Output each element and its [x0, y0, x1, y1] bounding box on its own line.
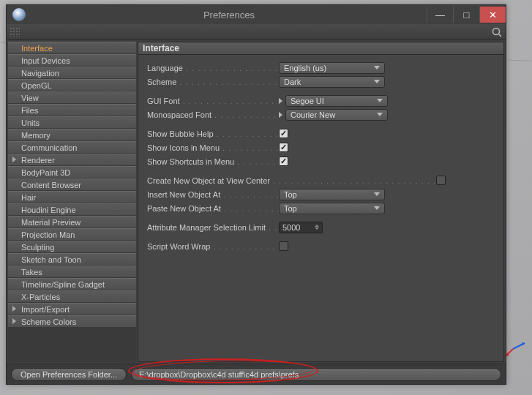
- sidebar-item-import-export[interactable]: Import/Export: [8, 303, 136, 315]
- sidebar-item-sketch-and-toon[interactable]: Sketch and Toon: [8, 253, 136, 266]
- sidebar-item-label: Houdini Engine: [21, 206, 76, 214]
- mono-font-label: Monospaced Font: [147, 110, 279, 119]
- show-icons-label: Show Icons in Menu: [147, 143, 279, 152]
- sidebar-item-label: OpenGL: [21, 81, 52, 90]
- sidebar-item-label: Projection Man: [21, 230, 75, 239]
- chevron-right-icon: [12, 306, 16, 312]
- sidebar-item-label: Timeline/Spline Gadget: [21, 280, 105, 289]
- sidebar-item-label: Sculpting: [21, 243, 54, 252]
- sidebar-item-bodypaint-3d[interactable]: BodyPaint 3D: [8, 166, 136, 178]
- attr-limit-input[interactable]: 5000: [279, 222, 323, 233]
- attr-limit-label: Attribute Manager Selection Limit: [147, 223, 279, 232]
- chevron-right-icon[interactable]: [279, 112, 282, 118]
- sidebar-item-label: Files: [21, 106, 38, 115]
- paste-at-label: Paste New Object At: [147, 204, 279, 213]
- paste-at-dropdown[interactable]: Top: [279, 203, 385, 214]
- language-label: Language: [147, 64, 279, 72]
- minimize-button[interactable]: —: [427, 7, 453, 23]
- sidebar-item-input-devices[interactable]: Input Devices: [8, 54, 136, 67]
- sidebar-item-label: Takes: [21, 268, 42, 276]
- svg-line-5: [499, 34, 502, 37]
- sidebar-item-communication[interactable]: Communication: [8, 141, 136, 154]
- panel-body: Language English (us) Scheme Dark GUI Fo…: [138, 55, 504, 362]
- sidebar-item-renderer[interactable]: Renderer: [8, 154, 136, 166]
- sidebar-item-material-preview[interactable]: Material Preview: [8, 216, 136, 228]
- sidebar-item-hair[interactable]: Hair: [8, 191, 136, 203]
- sidebar-item-sculpting[interactable]: Sculpting: [8, 241, 136, 253]
- close-button[interactable]: ✕: [479, 7, 506, 23]
- footer: Open Preferences Folder... E:\dropbox\Dr…: [7, 364, 506, 384]
- chevron-down-icon: [374, 66, 380, 69]
- open-prefs-folder-button[interactable]: Open Preferences Folder...: [11, 368, 127, 381]
- chevron-down-icon: [377, 113, 383, 116]
- chevron-down-icon: [374, 192, 380, 196]
- panel-header: Interface: [138, 42, 504, 55]
- chevron-right-icon[interactable]: [279, 98, 282, 104]
- sidebar-item-label: Sketch and Toon: [21, 255, 81, 264]
- gui-font-label: GUI Font: [147, 97, 279, 105]
- sidebar-item-label: Content Browser: [21, 181, 81, 189]
- sidebar-item-label: Scheme Colors: [21, 317, 76, 326]
- sidebar-item-memory[interactable]: Memory: [8, 129, 136, 141]
- sidebar-item-view[interactable]: View: [8, 91, 136, 104]
- chevron-down-icon: [374, 80, 380, 83]
- gui-font-dropdown[interactable]: Segoe UI: [285, 95, 388, 107]
- sidebar-item-interface[interactable]: Interface: [8, 42, 136, 54]
- sidebar-item-houdini-engine[interactable]: Houdini Engine: [8, 203, 136, 216]
- insert-at-label: Insert New Object At: [147, 190, 279, 199]
- content-panel: Interface Language English (us) Scheme D…: [138, 42, 504, 362]
- sidebar-item-content-browser[interactable]: Content Browser: [8, 178, 136, 191]
- create-center-label: Create New Object at View Center: [147, 176, 436, 185]
- chevron-right-icon: [12, 318, 16, 324]
- sidebar-item-label: X-Particles: [21, 293, 60, 301]
- maximize-button[interactable]: □: [453, 7, 479, 23]
- sidebar: InterfaceInput DevicesNavigationOpenGLVi…: [8, 42, 136, 362]
- grip-icon[interactable]: [10, 27, 20, 37]
- sidebar-item-label: Units: [21, 118, 40, 127]
- insert-at-dropdown[interactable]: Top: [279, 189, 385, 200]
- show-bubble-label: Show Bubble Help: [147, 129, 279, 138]
- sidebar-item-label: Renderer: [21, 156, 55, 165]
- mono-font-dropdown[interactable]: Courier New: [285, 109, 388, 121]
- scheme-dropdown[interactable]: Dark: [279, 76, 385, 88]
- sidebar-item-units[interactable]: Units: [8, 116, 136, 129]
- prefs-path-display: E:\dropbox\Dropbox\c4d stuff\c4d prefs\p…: [131, 368, 501, 381]
- sidebar-item-navigation[interactable]: Navigation: [8, 67, 136, 79]
- sidebar-item-x-particles[interactable]: X-Particles: [8, 290, 136, 303]
- sidebar-item-label: View: [21, 94, 39, 102]
- show-bubble-checkbox[interactable]: ✓: [279, 129, 288, 138]
- toolbar: [7, 24, 506, 40]
- language-dropdown[interactable]: English (us): [279, 62, 385, 74]
- script-wrap-checkbox[interactable]: [279, 241, 288, 251]
- show-icons-checkbox[interactable]: ✓: [279, 143, 288, 152]
- sidebar-item-label: Interface: [21, 44, 53, 53]
- titlebar: Preferences — □ ✕: [7, 5, 506, 24]
- show-shortcuts-label: Show Shortcuts in Menu: [147, 157, 279, 166]
- preferences-window: Preferences — □ ✕ InterfaceInput Devices…: [6, 4, 506, 385]
- scheme-label: Scheme: [147, 78, 279, 86]
- app-icon: [12, 8, 26, 21]
- sidebar-item-takes[interactable]: Takes: [8, 266, 136, 278]
- chevron-down-icon: [374, 206, 380, 210]
- sidebar-item-label: Communication: [21, 143, 77, 152]
- svg-point-4: [493, 28, 500, 34]
- viewport-axis-gizmo: [504, 336, 526, 360]
- chevron-down-icon: [377, 99, 383, 102]
- sidebar-item-label: Import/Export: [21, 305, 70, 314]
- script-wrap-label: Script Word Wrap: [147, 242, 279, 251]
- chevron-right-icon: [12, 157, 16, 162]
- sidebar-item-timeline-spline-gadget[interactable]: Timeline/Spline Gadget: [8, 278, 136, 290]
- sidebar-item-opengl[interactable]: OpenGL: [8, 79, 136, 91]
- sidebar-item-label: Hair: [21, 193, 36, 202]
- create-center-checkbox[interactable]: [436, 176, 446, 185]
- sidebar-item-label: Material Preview: [21, 218, 80, 227]
- sidebar-item-label: Navigation: [21, 69, 59, 78]
- window-title: Preferences: [31, 10, 427, 20]
- search-icon[interactable]: [491, 26, 503, 38]
- sidebar-item-label: Input Devices: [21, 56, 70, 65]
- sidebar-item-scheme-colors[interactable]: Scheme Colors: [8, 315, 136, 328]
- sidebar-item-files[interactable]: Files: [8, 104, 136, 116]
- sidebar-item-label: Memory: [21, 131, 50, 140]
- sidebar-item-projection-man[interactable]: Projection Man: [8, 228, 136, 241]
- show-shortcuts-checkbox[interactable]: ✓: [279, 157, 288, 166]
